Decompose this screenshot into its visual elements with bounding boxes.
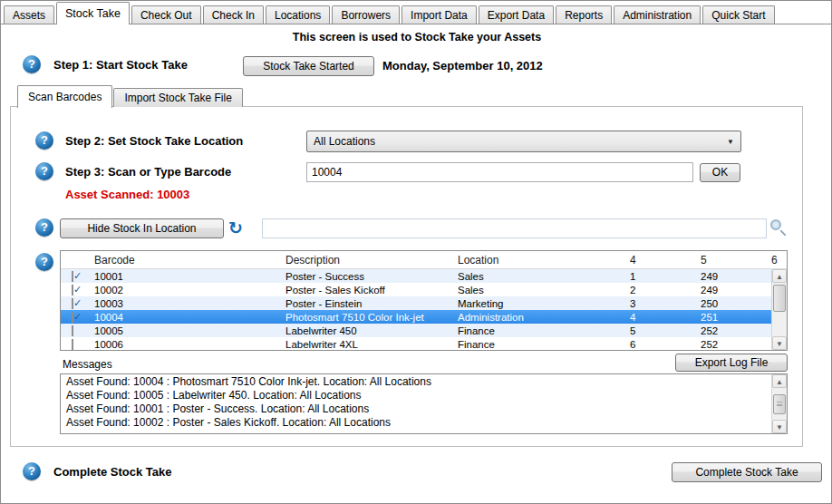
search-input[interactable]	[262, 218, 767, 238]
col-6[interactable]: 6	[769, 254, 787, 267]
row-checkbox[interactable]	[72, 339, 73, 350]
help-icon-step1[interactable]: ?	[23, 55, 41, 73]
cell-col4: 4	[627, 312, 698, 323]
cell-col5: 251	[698, 312, 769, 323]
asset-table: Barcode Description Location 4 5 6 10001…	[60, 250, 788, 351]
col-4[interactable]: 4	[627, 254, 698, 267]
cell-description: Labelwriter 4XL	[283, 339, 455, 350]
cell-col4: 2	[627, 285, 698, 296]
tab-locations[interactable]: Locations	[266, 5, 330, 24]
cell-description: Photosmart 7510 Color Ink-jet	[283, 312, 455, 323]
col-description[interactable]: Description	[283, 254, 455, 267]
cell-barcode: 10005	[92, 325, 283, 336]
tab-administration[interactable]: Administration	[614, 5, 701, 24]
cell-barcode: 10002	[92, 285, 283, 296]
tab-assets[interactable]: Assets	[4, 5, 54, 24]
cell-col4: 5	[627, 325, 698, 336]
cell-col5: 249	[698, 285, 769, 296]
refresh-icon[interactable]: ↻	[228, 219, 243, 237]
cell-barcode: 10006	[92, 339, 283, 350]
step1-label: Step 1: Start Stock Take	[53, 58, 188, 72]
row-checkbox[interactable]	[72, 285, 73, 296]
cell-description: Poster - Sales Kickoff	[283, 285, 455, 296]
table-row[interactable]: 10003 Poster - Einstein Marketing 3 250	[61, 296, 771, 310]
scroll-down-icon[interactable]: ▼	[772, 420, 787, 433]
messages-scrollbar-thumb[interactable]	[773, 394, 786, 414]
row-checkbox[interactable]	[72, 312, 73, 323]
tab-import-stock-take-file[interactable]: Import Stock Take File	[113, 88, 243, 107]
tab-check-in[interactable]: Check In	[203, 5, 264, 24]
asset-scanned-message: Asset Scanned: 10003	[65, 188, 189, 201]
tab-reports[interactable]: Reports	[556, 5, 612, 24]
tab-export-data[interactable]: Export Data	[479, 5, 554, 24]
tab-scan-barcodes[interactable]: Scan Barcodes	[17, 85, 112, 108]
col-5[interactable]: 5	[698, 254, 769, 267]
table-scrollbar-thumb[interactable]	[773, 285, 786, 312]
messages-scrollbar[interactable]: ▲ ▼	[771, 374, 787, 433]
tab-import-data[interactable]: Import Data	[401, 5, 477, 24]
inner-tab-bar: Scan Barcodes Import Stock Take File	[10, 84, 243, 107]
help-icon-complete[interactable]: ?	[23, 462, 41, 480]
tab-quick-start[interactable]: Quick Start	[702, 5, 774, 24]
cell-location: Administration	[455, 312, 627, 323]
message-line: Asset Found: 10005 : Labelwriter 450. Lo…	[61, 389, 771, 402]
table-scrollbar[interactable]: ▲ ▼	[771, 269, 787, 350]
complete-stock-take-button[interactable]: Complete Stock Take	[672, 462, 822, 482]
table-row[interactable]: 10005 Labelwriter 450 Finance 5 252	[61, 324, 771, 337]
scroll-up-icon[interactable]: ▲	[772, 374, 787, 388]
step3-label: Step 3: Scan or Type Barcode	[65, 165, 231, 179]
row-checkbox[interactable]	[72, 271, 73, 282]
messages-box: Asset Found: 10004 : Photosmart 7510 Col…	[60, 373, 788, 434]
cell-barcode: 10004	[92, 312, 283, 323]
asset-table-header: Barcode Description Location 4 5 6	[61, 251, 787, 269]
scroll-up-icon[interactable]: ▲	[772, 269, 787, 283]
cell-location: Marketing	[455, 298, 627, 309]
stock-take-date: Monday, September 10, 2012	[382, 59, 543, 73]
cell-col4: 6	[627, 339, 698, 350]
cell-barcode: 10003	[92, 298, 283, 309]
help-icon-step2[interactable]: ?	[35, 131, 53, 150]
cell-location: Finance	[455, 339, 627, 350]
cell-location: Sales	[455, 271, 627, 282]
cell-description: Poster - Success	[283, 271, 455, 282]
cell-location: Finance	[455, 325, 627, 336]
message-line: Asset Found: 10004 : Photosmart 7510 Col…	[61, 375, 771, 389]
hide-stock-in-location-button[interactable]: Hide Stock In Location	[60, 218, 224, 238]
tab-check-out[interactable]: Check Out	[131, 5, 201, 24]
col-location[interactable]: Location	[455, 254, 627, 267]
ok-button[interactable]: OK	[700, 163, 740, 182]
location-dropdown-value: All Locations	[314, 135, 375, 148]
stock-take-started-button[interactable]: Stock Take Started	[243, 56, 374, 76]
cell-col4: 3	[627, 298, 698, 309]
scroll-down-icon[interactable]: ▼	[772, 336, 787, 350]
tab-borrowers[interactable]: Borrowers	[332, 5, 400, 24]
help-icon-stock-list[interactable]: ?	[35, 218, 53, 237]
cell-location: Sales	[455, 285, 627, 296]
barcode-input[interactable]	[306, 162, 693, 182]
table-row[interactable]: 10002 Poster - Sales Kickoff Sales 2 249	[61, 283, 771, 296]
step2-label: Step 2: Set Stock Take Location	[65, 134, 243, 148]
table-row[interactable]: 10006 Labelwriter 4XL Finance 6 252	[61, 337, 771, 351]
row-checkbox[interactable]	[72, 325, 73, 336]
col-barcode[interactable]: Barcode	[92, 254, 283, 267]
message-line: Asset Found: 10002 : Poster - Sales Kick…	[61, 416, 771, 430]
stock-take-window: Assets Stock Take Check Out Check In Loc…	[0, 0, 832, 504]
search-icon[interactable]	[770, 219, 781, 230]
cell-col5: 252	[698, 325, 769, 336]
messages-label: Messages	[63, 358, 112, 371]
cell-description: Poster - Einstein	[283, 298, 455, 309]
asset-table-body: 10001 Poster - Success Sales 1 249 10002…	[61, 269, 771, 351]
cell-col4: 1	[627, 271, 698, 282]
row-checkbox[interactable]	[72, 298, 73, 309]
location-dropdown[interactable]: All Locations ▼	[306, 131, 741, 152]
tab-stock-take[interactable]: Stock Take	[56, 2, 130, 24]
cell-description: Labelwriter 450	[283, 325, 455, 336]
cell-col5: 249	[698, 271, 769, 282]
table-row[interactable]: 10001 Poster - Success Sales 1 249	[61, 269, 771, 283]
help-icon-step3[interactable]: ?	[35, 162, 53, 180]
help-icon-grid[interactable]: ?	[35, 253, 53, 271]
export-log-file-button[interactable]: Export Log File	[675, 354, 788, 372]
table-row-selected[interactable]: 10004 Photosmart 7510 Color Ink-jet Admi…	[61, 310, 771, 324]
cell-col5: 252	[698, 339, 769, 350]
cell-barcode: 10001	[92, 271, 283, 282]
